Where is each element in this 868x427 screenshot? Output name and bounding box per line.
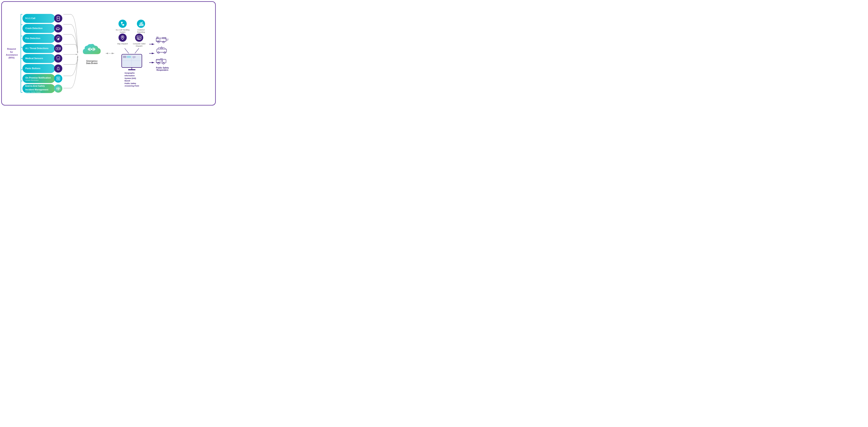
svg-point-44 xyxy=(119,20,127,28)
system-911-label: 911 Call Handling System xyxy=(116,29,130,33)
svg-rect-68 xyxy=(122,61,132,67)
top-to-monitor-lines xyxy=(117,48,147,53)
cloud-section: Emergency Data Broker xyxy=(79,42,105,64)
svg-point-97 xyxy=(158,62,159,64)
item-panic: Panic Buttons xyxy=(23,64,62,73)
svg-rect-73 xyxy=(127,56,131,58)
system-cad: Computer Aided Dispatch xyxy=(132,33,146,47)
svg-point-83 xyxy=(158,41,159,43)
system-cad-label: Computer Aided Dispatch xyxy=(132,43,146,47)
icon-e2e xyxy=(54,84,62,93)
svg-rect-46 xyxy=(139,25,140,26)
top-systems-row2: Map Dispatch Computer Aided Dispatch xyxy=(117,33,146,47)
gis-container: 911 Call Handling System Analytics/ Repo… xyxy=(116,20,148,87)
svg-text:911: 911 xyxy=(57,18,59,19)
svg-rect-69 xyxy=(132,61,141,67)
item-label-panic: Panic Buttons xyxy=(25,67,40,70)
svg-point-91 xyxy=(164,52,166,54)
svg-rect-49 xyxy=(143,24,144,26)
system-map-icon xyxy=(118,33,127,42)
icon-fire xyxy=(54,34,62,42)
icon-panic xyxy=(54,64,62,73)
ambulance-icon xyxy=(155,57,169,65)
item-e2e: End-to-End Safety Incident Management In… xyxy=(23,84,62,93)
item-label-ai: A.I. Threat Detections xyxy=(25,47,49,50)
svg-rect-57 xyxy=(140,37,141,38)
item-sublabel-onpremise: Intrado Revolution xyxy=(25,79,51,81)
item-sublabel-e2e: Intrado Safety Shield xyxy=(25,91,48,93)
item-label-medical: Medical Sensors xyxy=(25,57,43,60)
fan-arrows-svg xyxy=(62,9,79,97)
svg-point-36 xyxy=(91,49,92,50)
responders-section: Public SafetyResponders xyxy=(155,36,169,71)
svg-rect-24 xyxy=(57,77,60,80)
cloud-to-gis-arrow xyxy=(105,51,116,55)
gis-label: Geographic Information System (GIS) Base… xyxy=(124,72,139,87)
firetruck-icon xyxy=(155,36,169,44)
system-911-icon xyxy=(118,20,127,28)
rfa-label: Request for Assistance (RFA) xyxy=(6,48,17,59)
item-label-fire: Fire Detection xyxy=(25,37,40,40)
top-systems: 911 Call Handling System Analytics/ Repo… xyxy=(116,20,148,33)
diagram-container: Request for Assistance (RFA) 9-1-1 Call … xyxy=(1,1,216,106)
system-analytics: Analytics/ Reporting xyxy=(134,20,148,33)
responder-firetruck xyxy=(155,36,169,45)
icon-ai xyxy=(54,45,62,53)
cloud-label: Emergency Data Broker xyxy=(86,60,98,64)
svg-line-62 xyxy=(125,48,129,53)
svg-rect-26 xyxy=(58,78,59,78)
svg-point-84 xyxy=(163,41,164,43)
system-map-label: Map Dispatch xyxy=(117,43,128,45)
item-onpremise: On Premise Notification Intrado Revoluti… xyxy=(23,74,62,83)
bracket-svg xyxy=(18,9,23,97)
policecar-icon xyxy=(155,47,169,54)
svg-rect-72 xyxy=(123,56,126,58)
responders-label: Public SafetyResponders xyxy=(156,67,169,71)
gis-to-responders-arrows xyxy=(148,37,155,70)
svg-line-63 xyxy=(135,48,139,53)
svg-rect-81 xyxy=(156,39,159,41)
system-analytics-label: Analytics/ Reporting xyxy=(134,29,148,33)
svg-rect-21 xyxy=(57,56,60,60)
svg-rect-56 xyxy=(137,37,138,38)
item-crash: Crash Detection xyxy=(23,24,62,33)
item-label-crash: Crash Detection xyxy=(25,27,42,30)
item-fire: Fire Detection xyxy=(23,34,62,43)
svg-rect-80 xyxy=(156,38,166,42)
svg-point-51 xyxy=(122,36,123,38)
responder-ambulance xyxy=(155,57,169,66)
svg-rect-18 xyxy=(56,47,59,50)
items-list: 9-1-1 Call 911 Crash Detection xyxy=(23,14,62,93)
item-medical: Medical Sensors xyxy=(23,54,62,63)
svg-marker-19 xyxy=(59,48,60,49)
gis-monitor-svg xyxy=(121,53,143,71)
system-cad-icon xyxy=(135,33,144,42)
svg-point-23 xyxy=(58,69,59,69)
icon-medical xyxy=(54,54,62,63)
icon-onpremise xyxy=(54,75,62,83)
svg-rect-47 xyxy=(140,23,141,26)
svg-point-22 xyxy=(58,69,58,69)
svg-point-98 xyxy=(163,62,164,64)
svg-rect-58 xyxy=(137,38,138,39)
svg-point-20 xyxy=(57,48,58,49)
cloud-svg xyxy=(81,42,103,59)
svg-point-90 xyxy=(158,52,159,54)
item-label-call911: 9-1-1 Call xyxy=(25,17,35,20)
system-analytics-icon xyxy=(137,20,145,28)
svg-rect-25 xyxy=(57,78,58,78)
item-ai: A.I. Threat Detections xyxy=(23,44,62,53)
item-call911: 9-1-1 Call 911 xyxy=(23,14,62,23)
svg-rect-75 xyxy=(128,69,135,70)
svg-rect-28 xyxy=(58,79,59,79)
responder-policecar xyxy=(155,47,169,55)
system-map: Map Dispatch xyxy=(117,33,128,47)
svg-rect-96 xyxy=(156,60,160,62)
icon-call911: 911 xyxy=(54,14,62,23)
svg-rect-27 xyxy=(57,79,58,79)
item-label-onpremise: On Premise Notification xyxy=(25,77,51,79)
item-label-e2e: End-to-End Safety Incident Management xyxy=(25,85,48,91)
system-911: 911 Call Handling System xyxy=(116,20,130,33)
icon-crash xyxy=(54,24,62,32)
svg-rect-86 xyxy=(157,37,158,38)
